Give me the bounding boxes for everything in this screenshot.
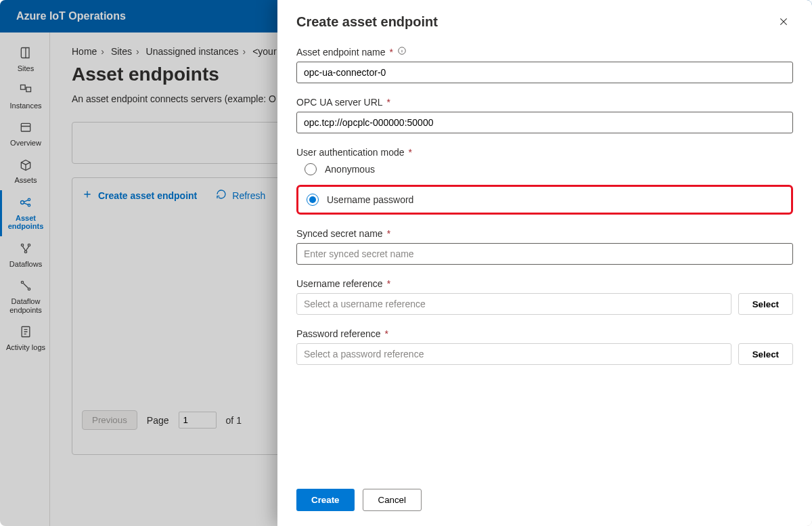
server-url-input[interactable]	[296, 112, 793, 133]
secret-name-input[interactable]	[296, 243, 793, 265]
required-marker: *	[387, 97, 390, 108]
cancel-button[interactable]: Cancel	[363, 489, 422, 511]
radio-icon	[304, 163, 317, 175]
create-endpoint-panel: Create asset endpoint Asset endpoint nam…	[277, 0, 812, 526]
required-marker: *	[385, 328, 388, 339]
password-ref-select-button[interactable]: Select	[738, 343, 793, 365]
secret-name-label: Synced secret name	[296, 228, 383, 239]
radio-icon	[307, 194, 319, 206]
required-marker: *	[409, 147, 412, 158]
username-ref-input[interactable]	[296, 293, 731, 315]
auth-mode-label: User authentication mode	[296, 147, 405, 158]
auth-username-password-radio[interactable]: Username password	[305, 192, 413, 207]
required-marker: *	[390, 47, 393, 58]
username-ref-label: Username reference	[296, 278, 383, 289]
close-icon[interactable]	[774, 12, 793, 31]
password-ref-label: Password reference	[296, 328, 381, 339]
password-ref-input[interactable]	[296, 343, 731, 365]
radio-label: Anonymous	[325, 164, 375, 175]
endpoint-name-input[interactable]	[296, 62, 793, 83]
highlight-box: Username password	[296, 185, 793, 215]
info-icon[interactable]	[397, 46, 407, 58]
radio-label: Username password	[327, 194, 413, 205]
required-marker: *	[387, 278, 390, 289]
server-url-label: OPC UA server URL	[296, 97, 383, 108]
required-marker: *	[387, 228, 390, 239]
create-button[interactable]: Create	[296, 489, 355, 511]
endpoint-name-label: Asset endpoint name	[296, 47, 386, 58]
username-ref-select-button[interactable]: Select	[738, 293, 793, 315]
auth-anonymous-radio[interactable]: Anonymous	[296, 162, 793, 177]
panel-title: Create asset endpoint	[296, 14, 438, 30]
